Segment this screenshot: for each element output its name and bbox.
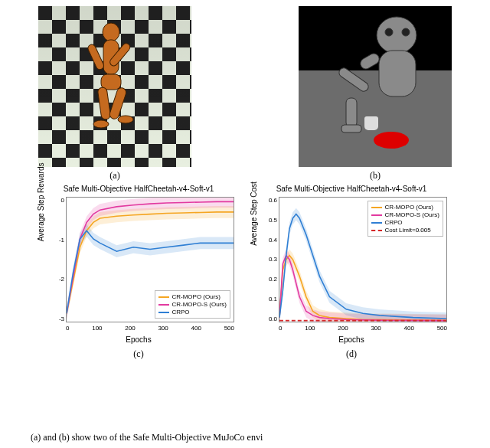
chart-title: Safe Multi-Objective HalfCheetah-v4-Soft… bbox=[251, 185, 452, 193]
chart-title: Safe Multi-Objective HalfCheetah-v4-Soft… bbox=[38, 185, 239, 193]
legend: CR-MOPO (Ours)CR-MOPO-S (Ours)CRPOCost L… bbox=[368, 201, 443, 237]
subcaption-c: (c) bbox=[133, 348, 143, 360]
x-ticks: 0100200300400500 bbox=[279, 325, 447, 332]
y-ticks: 0-1-2-3 bbox=[44, 197, 64, 322]
x-tick: 0 bbox=[279, 325, 282, 332]
x-tick: 0 bbox=[66, 325, 69, 332]
y-tick: 0.5 bbox=[269, 217, 277, 224]
legend-label: CR-MOPO (Ours) bbox=[384, 204, 433, 211]
legend-item: Cost Limit=0.005 bbox=[371, 227, 439, 234]
x-axis-label: Epochs bbox=[251, 335, 452, 344]
y-tick: 0.6 bbox=[269, 197, 277, 204]
svg-point-11 bbox=[402, 28, 410, 36]
x-ticks: 0100200300400500 bbox=[66, 325, 234, 332]
y-tick: -3 bbox=[59, 316, 64, 322]
svg-rect-6 bbox=[109, 87, 127, 120]
rewards-chart: Safe Multi-Objective HalfCheetah-v4-Soft… bbox=[38, 185, 239, 345]
subfig-a: (a) bbox=[38, 6, 191, 181]
x-tick: 400 bbox=[404, 325, 414, 332]
humanoid-icon bbox=[69, 17, 161, 156]
svg-point-8 bbox=[118, 116, 133, 123]
x-axis-label: Epochs bbox=[38, 335, 239, 344]
legend-label: Cost Limit=0.005 bbox=[384, 227, 430, 234]
svg-point-10 bbox=[385, 28, 393, 36]
legend-label: CR-MOPO-S (Ours) bbox=[172, 301, 227, 308]
sim-image-humanoid bbox=[38, 6, 191, 167]
x-tick: 100 bbox=[305, 325, 315, 332]
sim-image-robot bbox=[299, 6, 452, 167]
x-tick: 200 bbox=[125, 325, 135, 332]
svg-rect-13 bbox=[358, 51, 381, 70]
y-tick: 0.4 bbox=[269, 237, 277, 244]
x-tick: 500 bbox=[224, 325, 234, 332]
svg-point-7 bbox=[93, 120, 109, 128]
svg-point-0 bbox=[103, 23, 119, 41]
legend-label: CR-MOPO (Ours) bbox=[172, 293, 220, 300]
svg-rect-16 bbox=[341, 125, 361, 132]
y-ticks: 0.60.50.40.30.20.10.0 bbox=[257, 197, 277, 322]
plot-area: CR-MOPO (Ours)CR-MOPO-S (Ours)CRPO bbox=[66, 197, 234, 322]
svg-rect-14 bbox=[338, 66, 371, 93]
legend-item: CRPO bbox=[158, 309, 227, 316]
svg-rect-12 bbox=[379, 51, 416, 96]
legend-label: CRPO bbox=[384, 219, 402, 226]
legend-item: CR-MOPO-S (Ours) bbox=[158, 301, 227, 308]
legend: CR-MOPO (Ours)CR-MOPO-S (Ours)CRPO bbox=[155, 290, 230, 319]
y-tick: 0.0 bbox=[269, 316, 277, 322]
svg-rect-15 bbox=[346, 98, 357, 127]
plot-area: CR-MOPO (Ours)CR-MOPO-S (Ours)CRPOCost L… bbox=[279, 197, 447, 322]
y-tick: 0.1 bbox=[269, 296, 277, 302]
row-charts: Safe Multi-Objective HalfCheetah-v4-Soft… bbox=[38, 185, 452, 360]
subfig-b: (b) bbox=[299, 6, 452, 181]
svg-point-9 bbox=[377, 17, 416, 54]
y-tick: 0 bbox=[61, 197, 64, 204]
robot-arm-icon bbox=[306, 14, 436, 161]
cost-chart: Safe Multi-Objective HalfCheetah-v4-Soft… bbox=[251, 185, 452, 345]
subfig-c: Safe Multi-Objective HalfCheetah-v4-Soft… bbox=[38, 185, 239, 360]
subcaption-d: (d) bbox=[346, 348, 357, 360]
x-tick: 400 bbox=[191, 325, 201, 332]
legend-item: CRPO bbox=[371, 219, 439, 226]
row-images: (a) bbox=[38, 6, 452, 181]
y-tick: -2 bbox=[59, 276, 64, 283]
robot-scene bbox=[299, 6, 452, 167]
legend-item: CR-MOPO (Ours) bbox=[371, 204, 439, 211]
subcaption-a: (a) bbox=[109, 170, 119, 181]
y-tick: 0.3 bbox=[269, 256, 277, 263]
subcaption-b: (b) bbox=[370, 170, 381, 181]
legend-item: CR-MOPO (Ours) bbox=[158, 293, 227, 300]
y-tick: -1 bbox=[59, 237, 64, 244]
subfig-d: Safe Multi-Objective HalfCheetah-v4-Soft… bbox=[251, 185, 452, 360]
x-tick: 500 bbox=[437, 325, 447, 332]
legend-item: CR-MOPO-S (Ours) bbox=[371, 211, 439, 218]
svg-rect-3 bbox=[87, 43, 105, 70]
x-tick: 300 bbox=[158, 325, 168, 332]
figure-caption-fragment: (a) and (b) show two of the Safe Multi-O… bbox=[31, 432, 467, 443]
x-tick: 300 bbox=[371, 325, 381, 332]
x-tick: 200 bbox=[338, 325, 348, 332]
legend-label: CR-MOPO-S (Ours) bbox=[384, 211, 439, 218]
svg-rect-5 bbox=[97, 87, 111, 119]
y-tick: 0.2 bbox=[269, 276, 277, 283]
figure-grid: (a) bbox=[38, 6, 452, 363]
x-tick: 100 bbox=[92, 325, 102, 332]
legend-label: CRPO bbox=[172, 309, 189, 316]
